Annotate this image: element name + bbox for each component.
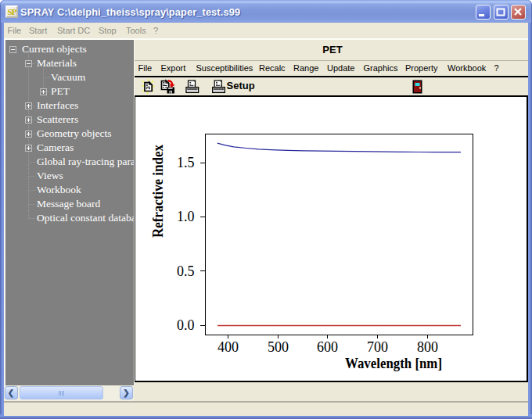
svg-text:1.0: 1.0: [177, 209, 195, 224]
svg-text:700: 700: [367, 339, 388, 355]
svg-text:500: 500: [268, 339, 289, 355]
svg-text:400: 400: [217, 339, 239, 355]
svg-text:600: 600: [317, 339, 338, 355]
svg-text:0.5: 0.5: [177, 263, 195, 279]
svg-text:800: 800: [417, 339, 438, 355]
svg-text:1.5: 1.5: [177, 155, 195, 170]
svg-text:Refractive index: Refractive index: [150, 145, 166, 238]
svg-text:Wavelength [nm]: Wavelength [nm]: [345, 356, 442, 371]
svg-text:0.0: 0.0: [177, 317, 195, 333]
